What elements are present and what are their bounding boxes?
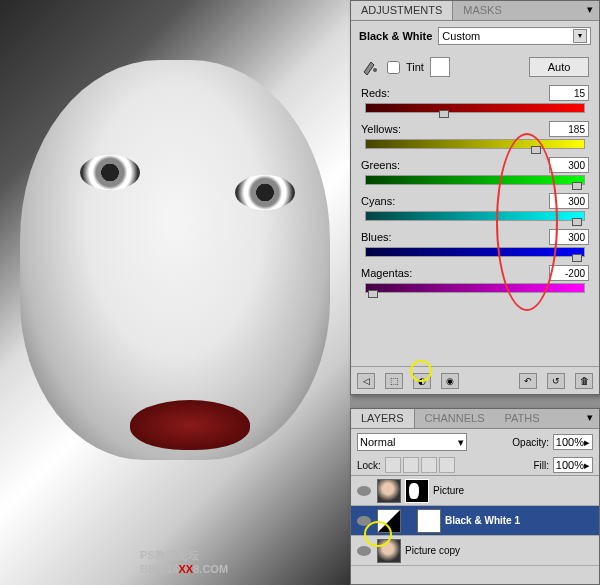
targeted-adjustment-icon[interactable] [361,58,381,76]
tint-color-swatch[interactable] [430,57,450,77]
tint-label: Tint [406,61,424,73]
chevron-right-icon: ▸ [584,459,590,472]
magentas-value[interactable] [549,265,589,281]
adjustment-layer-icon[interactable] [377,509,401,533]
layers-tabs: LAYERS CHANNELS PATHS ▾ [351,409,599,429]
magentas-slider[interactable] [365,283,585,293]
adjustments-panel: ADJUSTMENTS MASKS ▾ Black & White Custom… [350,0,600,395]
lock-transparent-icon[interactable] [385,457,401,473]
visibility-eye-icon[interactable] [357,546,371,556]
slider-reds: Reds: [351,83,599,113]
visibility-eye-icon[interactable] [357,516,371,526]
tab-layers[interactable]: LAYERS [351,409,415,428]
magentas-label: Magentas: [361,267,412,279]
reds-slider[interactable] [365,103,585,113]
layer-thumbnail[interactable] [377,479,401,503]
eye-right [235,175,295,210]
watermark: PS教程论坛 BBS.16XX8.COM [140,548,228,575]
layer-mask-thumbnail[interactable] [405,479,429,503]
slider-handle[interactable] [531,146,541,154]
layers-panel: LAYERS CHANNELS PATHS ▾ Normal ▾ Opacity… [350,408,600,585]
fill-label: Fill: [533,460,549,471]
visibility-eye-icon[interactable] [357,486,371,496]
blues-slider[interactable] [365,247,585,257]
greens-slider[interactable] [365,175,585,185]
reset-icon[interactable]: ↺ [547,373,565,389]
lock-label: Lock: [357,460,381,471]
layer-name: Picture copy [405,545,595,556]
lock-image-icon[interactable] [403,457,419,473]
preset-value: Custom [442,30,480,42]
expand-icon[interactable]: ⬚ [385,373,403,389]
layer-row-picture-copy[interactable]: Picture copy [351,536,599,566]
fill-input[interactable]: 100% ▸ [553,457,593,473]
tab-paths[interactable]: PATHS [495,409,550,428]
layer-row-bw1[interactable]: Black & White 1 [351,506,599,536]
blues-value[interactable] [549,229,589,245]
blend-mode-dropdown[interactable]: Normal ▾ [357,433,467,451]
watermark-line1: PS教程论坛 [140,548,228,563]
layer-list: Picture Black & White 1 Picture copy [351,476,599,566]
layer-thumbnail[interactable] [377,539,401,563]
chevron-down-icon: ▾ [573,29,587,43]
auto-button[interactable]: Auto [529,57,589,77]
eye-left [80,155,140,190]
panel-menu-icon[interactable]: ▾ [581,409,599,428]
adjustments-tabs: ADJUSTMENTS MASKS ▾ [351,1,599,21]
watermark-line2: BBS.16XX8.COM [140,563,228,575]
yellows-slider[interactable] [365,139,585,149]
tab-channels[interactable]: CHANNELS [415,409,495,428]
back-arrow-icon[interactable]: ◁ [357,373,375,389]
svg-point-0 [373,68,377,72]
chevron-right-icon: ▸ [584,436,590,449]
reds-value[interactable] [549,85,589,101]
tint-checkbox[interactable] [387,61,400,74]
reds-label: Reds: [361,87,390,99]
opacity-label: Opacity: [512,437,549,448]
slider-handle[interactable] [439,110,449,118]
slider-magentas: Magentas: [351,263,599,293]
eye-icon[interactable]: ◉ [441,373,459,389]
clip-layer-icon[interactable]: ◐ [413,373,431,389]
greens-label: Greens: [361,159,400,171]
layer-name: Picture [433,485,595,496]
cyans-label: Cyans: [361,195,395,207]
lock-position-icon[interactable] [421,457,437,473]
slider-greens: Greens: [351,155,599,185]
slider-blues: Blues: [351,227,599,257]
panel-menu-icon[interactable]: ▾ [581,1,599,20]
slider-handle[interactable] [368,290,378,298]
blues-label: Blues: [361,231,392,243]
cyans-slider[interactable] [365,211,585,221]
trash-icon[interactable]: 🗑 [575,373,593,389]
image-canvas: PS教程论坛 BBS.16XX8.COM [0,0,350,585]
slider-yellows: Yellows: [351,119,599,149]
tab-masks[interactable]: MASKS [453,1,512,20]
preset-dropdown[interactable]: Custom ▾ [438,27,591,45]
lock-all-icon[interactable] [439,457,455,473]
chevron-down-icon: ▾ [458,436,464,449]
tab-adjustments[interactable]: ADJUSTMENTS [351,1,453,20]
slider-handle[interactable] [572,218,582,226]
opacity-input[interactable]: 100% ▸ [553,434,593,450]
lips [130,400,250,450]
layer-mask-thumbnail[interactable] [417,509,441,533]
adjustments-footer: ◁ ⬚ ◐ ◉ ↶ ↺ 🗑 [351,366,599,394]
slider-handle[interactable] [572,182,582,190]
blend-mode-value: Normal [360,436,395,448]
layer-row-picture[interactable]: Picture [351,476,599,506]
previous-state-icon[interactable]: ↶ [519,373,537,389]
layer-name: Black & White 1 [445,515,595,526]
cyans-value[interactable] [549,193,589,209]
slider-cyans: Cyans: [351,191,599,221]
greens-value[interactable] [549,157,589,173]
yellows-label: Yellows: [361,123,401,135]
yellows-value[interactable] [549,121,589,137]
slider-handle[interactable] [572,254,582,262]
adjustment-title: Black & White [359,30,432,42]
